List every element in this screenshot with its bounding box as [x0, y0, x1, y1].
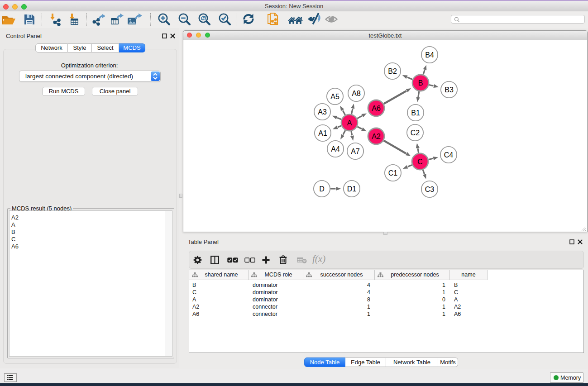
svg-text:A8: A8 — [352, 90, 361, 97]
svg-text:C1: C1 — [388, 169, 398, 177]
svg-text:C4: C4 — [444, 151, 454, 159]
svg-text:A2: A2 — [372, 133, 381, 140]
svg-text:C3: C3 — [425, 186, 435, 193]
svg-text:B: B — [418, 79, 423, 87]
svg-text:A7: A7 — [351, 148, 360, 155]
svg-text:A5: A5 — [330, 93, 339, 100]
svg-text:C: C — [417, 158, 423, 166]
svg-text:C2: C2 — [411, 129, 420, 137]
svg-text:B2: B2 — [388, 67, 397, 75]
svg-text:A: A — [347, 119, 352, 127]
svg-text:D: D — [319, 185, 325, 193]
svg-text:B1: B1 — [411, 109, 420, 117]
svg-text:B4: B4 — [425, 51, 434, 59]
svg-text:A4: A4 — [331, 145, 340, 153]
svg-text:A6: A6 — [372, 105, 381, 112]
svg-text:A3: A3 — [318, 108, 327, 116]
svg-text:B3: B3 — [445, 86, 454, 94]
svg-text:D1: D1 — [347, 185, 357, 193]
svg-text:A1: A1 — [318, 129, 327, 137]
